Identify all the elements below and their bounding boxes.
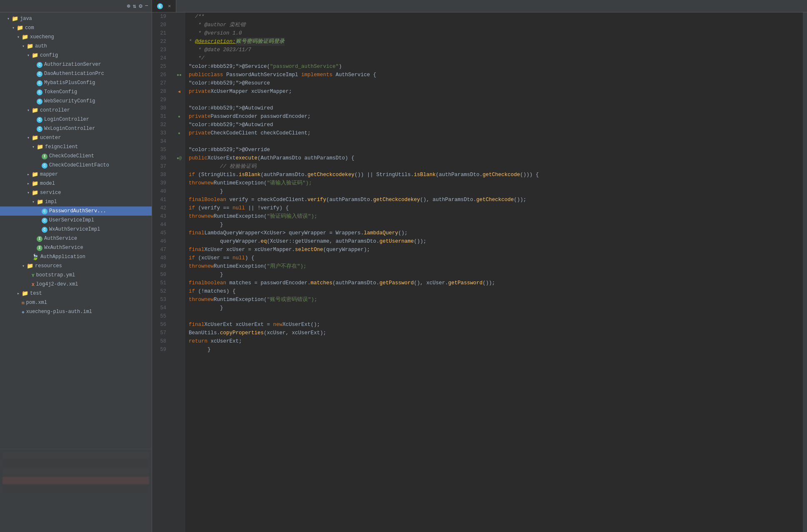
tree-label: java [20, 16, 32, 22]
tree-icon-java-c: C [37, 89, 42, 95]
tree-item-log4j2-dev.xml[interactable]: Xlog4j2-dev.xml [0, 280, 152, 289]
line-number-50: 50 [152, 271, 170, 279]
tree-item-WxLoginController[interactable]: CWxLoginController [0, 124, 152, 133]
gutter-item-52 [173, 287, 185, 296]
gutter-item-19 [173, 12, 185, 21]
gutter-item-38 [173, 171, 185, 179]
tree-icon-folder: 📁 [37, 144, 43, 150]
tree-item-bootstrap.yml[interactable]: Ybootstrap.yml [0, 271, 152, 280]
gutter-item-48 [173, 254, 185, 262]
line-number-32: 32 [152, 121, 170, 129]
gutter-item-22 [173, 37, 185, 46]
gutter-item-57 [173, 329, 185, 337]
gutter-item-36: ●@ [173, 154, 185, 162]
tree-icon-iml: ◆ [22, 309, 25, 315]
tree-item-test[interactable]: ▸📁test [0, 289, 152, 298]
gutter-item-53 [173, 296, 185, 304]
tree-item-feignclient[interactable]: ▾📁feignclient [0, 142, 152, 152]
code-line-49: throw new RuntimeException("用户不存在"); [189, 262, 800, 271]
tree-item-model[interactable]: ▸📁model [0, 179, 152, 188]
tree-icon-yaml: Y [32, 272, 35, 278]
tree-label: MybatisPlusConfig [44, 80, 95, 86]
tree-label: impl [45, 199, 57, 205]
code-line-44: } [189, 221, 800, 229]
code-line-21: * @version 1.0 [189, 29, 800, 37]
tree-item-com[interactable]: ▾📁com [0, 23, 152, 32]
tree-icon-java-c: C [37, 61, 42, 68]
vertical-scrollbar[interactable] [803, 12, 807, 532]
line-number-49: 49 [152, 262, 170, 271]
tree-icon-folder: 📁 [22, 34, 28, 40]
tree-item-CheckCodeClient[interactable]: ICheckCodeClient [0, 152, 152, 161]
tree-label: feignclient [45, 144, 78, 150]
tree-label: PasswordAuthServ... [49, 208, 106, 214]
tree-icon-folder: 📁 [37, 199, 43, 205]
tree-item-MybatisPlusConfig[interactable]: CMybatisPlusConfig [0, 78, 152, 87]
tree-item-ucenter[interactable]: ▾📁ucenter [0, 133, 152, 142]
tree-item-mapper[interactable]: ▸📁mapper [0, 170, 152, 179]
code-line-39: throw new RuntimeException("请输入验证码"); [189, 179, 800, 187]
tree-label: controller [40, 107, 70, 113]
tree-item-WxAuthServiceImpl[interactable]: CWxAuthServiceImpl [0, 225, 152, 234]
tree-item-controller[interactable]: ▾📁controller [0, 106, 152, 115]
tree-label: resources [35, 263, 62, 269]
tree-item-UserServiceImpl[interactable]: CUserServiceImpl [0, 216, 152, 225]
tree-item-WxAuthService[interactable]: IWxAuthService [0, 243, 152, 252]
tree-label: service [40, 190, 61, 196]
minimize-icon[interactable]: − [145, 2, 148, 10]
code-line-47: final XcUser xcUser = xcUserMapper.selec… [189, 246, 800, 254]
tree-item-xuecheng[interactable]: ▾📁xuecheng [0, 32, 152, 42]
tree-icon-java-c: C [37, 70, 42, 77]
gutter-item-23 [173, 46, 185, 54]
globe-icon[interactable]: ⊕ [127, 2, 130, 10]
tree-item-auth[interactable]: ▾📁auth [0, 42, 152, 51]
gutter-item-56 [173, 321, 185, 329]
tree-item-AuthorizationServer[interactable]: CAuthorizationServer [0, 60, 152, 69]
line-number-54: 54 [152, 304, 170, 312]
tree-item-TokenConfig[interactable]: CTokenConfig [0, 87, 152, 97]
active-tab[interactable]: C ✕ [152, 0, 176, 12]
tree-label: bootstrap.yml [36, 272, 75, 278]
code-line-59: } [189, 346, 800, 354]
tree-label: auth [35, 43, 47, 49]
tree-item-java[interactable]: ▾📁java [0, 14, 152, 23]
tree-icon-folder: 📁 [12, 15, 18, 22]
tree-item-resources[interactable]: ▾📁resources [0, 261, 152, 271]
code-line-24: */ [189, 54, 800, 62]
code-line-27: "color:#bbb529;">@Resource [189, 79, 800, 87]
tree-item-AuthApplication[interactable]: 🍃AuthApplication [0, 252, 152, 261]
tree-item-LoginController[interactable]: CLoginController [0, 115, 152, 124]
tree-item-PasswordAuthServImpl[interactable]: CPasswordAuthServ... [0, 206, 152, 216]
sidebar-bottom-panel [0, 449, 152, 532]
collapse-icon[interactable]: ⇅ [133, 2, 136, 10]
tree-item-xuecheng-plus-auth.iml[interactable]: ◆xuecheng-plus-auth.iml [0, 307, 152, 316]
code-gutter: ●●◀●●●@ [173, 12, 185, 532]
gutter-item-51 [173, 279, 185, 287]
code-line-32: "color:#bbb529;">@Autowired [189, 121, 800, 129]
tree-item-config[interactable]: ▾📁config [0, 51, 152, 60]
sidebar-header: ⊕ ⇅ ⚙ − [0, 0, 152, 12]
tree-label: LoginController [44, 117, 89, 122]
settings-icon[interactable]: ⚙ [139, 2, 142, 10]
code-editor[interactable]: 1920212223242526272829303132333435363738… [152, 12, 807, 532]
line-number-56: 56 [152, 321, 170, 329]
code-line-56: final XcUserExt xcUserExt = new XcUserEx… [189, 321, 800, 329]
tree-item-service[interactable]: ▾📁service [0, 188, 152, 197]
code-line-29 [189, 96, 800, 104]
tab-close-button[interactable]: ✕ [168, 3, 171, 9]
line-number-20: 20 [152, 21, 170, 29]
tree-item-AuthService[interactable]: IAuthService [0, 234, 152, 243]
tree-label: WxLoginController [44, 126, 95, 132]
tree-item-CheckCodeClientFacto[interactable]: CCheckCodeClientFacto [0, 161, 152, 170]
line-number-46: 46 [152, 237, 170, 246]
tree-item-pom.xml[interactable]: mpom.xml [0, 298, 152, 307]
code-line-45: final LambdaQueryWrapper<XcUser> queryWr… [189, 229, 800, 237]
line-number-40: 40 [152, 187, 170, 196]
code-content[interactable]: /** * @author 栾松锴 * @version 1.0 * @desc… [185, 12, 803, 532]
code-line-26: public class PasswordAuthServiceImpl imp… [189, 71, 800, 79]
tree-item-WebSecurityConfig[interactable]: CWebSecurityConfig [0, 97, 152, 106]
gutter-item-27 [173, 79, 185, 87]
line-number-47: 47 [152, 246, 170, 254]
tree-item-DaoAuthenticationPrc[interactable]: CDaoAuthenticationPrc [0, 69, 152, 78]
tree-item-impl[interactable]: ▾📁impl [0, 197, 152, 206]
